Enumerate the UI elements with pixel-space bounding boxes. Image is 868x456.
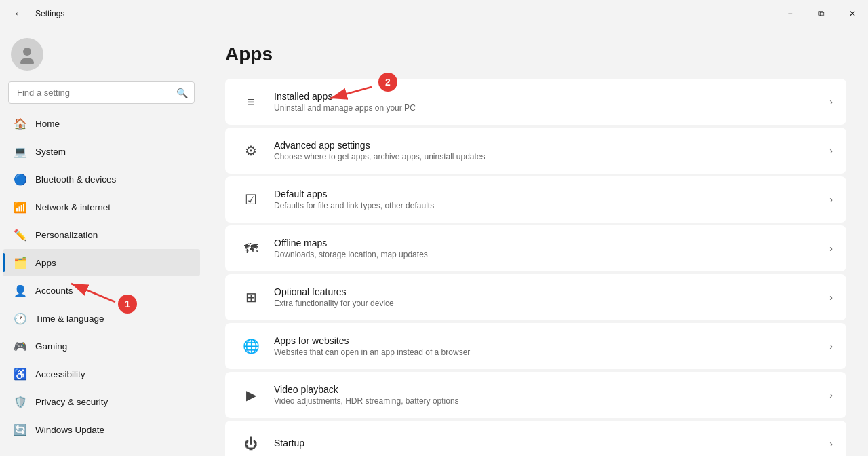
update-nav-icon: 🔄 xyxy=(14,423,27,436)
titlebar-left: ← Settings xyxy=(8,5,64,22)
titlebar: ← Settings − ⧉ ✕ xyxy=(0,0,868,27)
sidebar-item-bluetooth[interactable]: 🔵Bluetooth & devices xyxy=(3,166,200,193)
apps-for-websites-icon: 🌐 xyxy=(239,334,263,358)
sidebar-user xyxy=(0,27,203,79)
advanced-app-settings-desc: Choose where to get apps, archive apps, … xyxy=(274,152,818,162)
settings-item-apps-for-websites[interactable]: 🌐Apps for websitesWebsites that can open… xyxy=(225,323,846,369)
apps-nav-icon: 🗂️ xyxy=(14,256,27,269)
network-nav-icon: 📶 xyxy=(14,200,27,214)
personalization-nav-icon: ✏️ xyxy=(14,228,27,242)
offline-maps-icon: 🗺 xyxy=(239,236,263,261)
svg-point-1 xyxy=(20,58,34,64)
sidebar-item-apps[interactable]: 🗂️Apps xyxy=(3,249,200,276)
offline-maps-title: Offline maps xyxy=(274,238,818,248)
svg-point-0 xyxy=(23,48,31,56)
sidebar-item-label-apps: Apps xyxy=(35,258,56,268)
sidebar-item-label-bluetooth: Bluetooth & devices xyxy=(35,174,116,185)
back-button[interactable]: ← xyxy=(8,5,30,22)
default-apps-chevron-icon: › xyxy=(829,194,833,205)
sidebar-item-system[interactable]: 💻System xyxy=(3,138,200,165)
settings-item-offline-maps[interactable]: 🗺Offline mapsDownloads, storage location… xyxy=(225,225,846,271)
search-icon: 🔍 xyxy=(176,88,188,98)
titlebar-title: Settings xyxy=(35,9,64,18)
bluetooth-nav-icon: 🔵 xyxy=(14,172,27,186)
installed-apps-icon: ≡ xyxy=(239,90,263,114)
sidebar-item-label-accounts: Accounts xyxy=(35,286,73,296)
privacy-nav-icon: 🛡️ xyxy=(14,395,27,408)
settings-item-video-playback[interactable]: ▶Video playbackVideo adjustments, HDR st… xyxy=(225,372,846,418)
startup-icon: ⏻ xyxy=(239,432,263,456)
optional-features-desc: Extra functionality for your device xyxy=(274,299,818,308)
advanced-app-settings-icon: ⚙ xyxy=(239,138,263,163)
apps-for-websites-chevron-icon: › xyxy=(829,341,833,352)
accessibility-nav-icon: ♿ xyxy=(14,367,27,381)
sidebar-item-label-system: System xyxy=(35,147,66,157)
sidebar-item-personalization[interactable]: ✏️Personalization xyxy=(3,221,200,248)
sidebar-item-accounts[interactable]: 👤Accounts xyxy=(3,277,200,304)
sidebar-item-update[interactable]: 🔄Windows Update xyxy=(3,416,200,443)
sidebar-item-label-gaming: Gaming xyxy=(35,341,67,352)
optional-features-title: Optional features xyxy=(274,286,818,297)
app-body: 🔍 🏠Home💻System🔵Bluetooth & devices📶Netwo… xyxy=(0,27,868,456)
sidebar-item-label-accessibility: Accessibility xyxy=(35,369,85,379)
video-playback-chevron-icon: › xyxy=(829,390,833,400)
sidebar-item-privacy[interactable]: 🛡️Privacy & security xyxy=(3,388,200,415)
settings-item-startup[interactable]: ⏻Startup› xyxy=(225,421,846,456)
sidebar-item-label-personalization: Personalization xyxy=(35,230,98,240)
sidebar-item-time[interactable]: 🕐Time & language xyxy=(3,305,200,332)
accounts-nav-icon: 👤 xyxy=(14,284,27,297)
system-nav-icon: 💻 xyxy=(14,145,27,158)
time-nav-icon: 🕐 xyxy=(14,311,27,325)
sidebar-item-accessibility[interactable]: ♿Accessibility xyxy=(3,360,200,387)
sidebar-item-network[interactable]: 📶Network & internet xyxy=(3,193,200,221)
page-title: Apps xyxy=(225,43,846,65)
video-playback-title: Video playback xyxy=(274,384,818,395)
sidebar-item-label-privacy: Privacy & security xyxy=(35,397,108,407)
search-input[interactable] xyxy=(8,81,195,104)
default-apps-desc: Defaults for file and link types, other … xyxy=(274,201,818,210)
optional-features-chevron-icon: › xyxy=(829,292,833,303)
installed-apps-title: Installed apps xyxy=(274,91,818,102)
offline-maps-desc: Downloads, storage location, map updates xyxy=(274,250,818,259)
sidebar-item-label-home: Home xyxy=(35,119,60,129)
settings-item-installed-apps[interactable]: ≡Installed appsUninstall and manage apps… xyxy=(225,79,846,125)
home-nav-icon: 🏠 xyxy=(14,117,27,130)
installed-apps-desc: Uninstall and manage apps on your PC xyxy=(274,103,818,113)
sidebar-nav: 🏠Home💻System🔵Bluetooth & devices📶Network… xyxy=(0,109,203,456)
startup-chevron-icon: › xyxy=(829,438,833,449)
apps-for-websites-desc: Websites that can open in an app instead… xyxy=(274,347,818,357)
main-content: Apps ≡Installed appsUninstall and manage… xyxy=(203,27,868,456)
sidebar-item-label-time: Time & language xyxy=(35,314,104,324)
restore-button[interactable]: ⧉ xyxy=(806,0,837,27)
startup-title: Startup xyxy=(274,438,818,449)
installed-apps-chevron-icon: › xyxy=(829,96,833,107)
default-apps-icon: ☑ xyxy=(239,187,263,212)
sidebar-item-gaming[interactable]: 🎮Gaming xyxy=(3,332,200,360)
default-apps-title: Default apps xyxy=(274,189,818,200)
gaming-nav-icon: 🎮 xyxy=(14,339,27,353)
search-box: 🔍 xyxy=(8,81,195,104)
sidebar: 🔍 🏠Home💻System🔵Bluetooth & devices📶Netwo… xyxy=(0,27,203,456)
titlebar-controls: − ⧉ ✕ xyxy=(774,0,868,27)
minimize-button[interactable]: − xyxy=(774,0,806,27)
video-playback-icon: ▶ xyxy=(239,383,263,407)
settings-item-advanced-app-settings[interactable]: ⚙Advanced app settingsChoose where to ge… xyxy=(225,128,846,174)
sidebar-item-label-network: Network & internet xyxy=(35,202,111,212)
optional-features-icon: ⊞ xyxy=(239,285,263,309)
avatar xyxy=(11,38,43,71)
offline-maps-chevron-icon: › xyxy=(829,243,833,254)
settings-item-optional-features[interactable]: ⊞Optional featuresExtra functionality fo… xyxy=(225,274,846,320)
sidebar-item-home[interactable]: 🏠Home xyxy=(3,110,200,137)
video-playback-desc: Video adjustments, HDR streaming, batter… xyxy=(274,396,818,406)
apps-for-websites-title: Apps for websites xyxy=(274,335,818,346)
advanced-app-settings-title: Advanced app settings xyxy=(274,140,818,151)
settings-list: ≡Installed appsUninstall and manage apps… xyxy=(225,79,846,456)
advanced-app-settings-chevron-icon: › xyxy=(829,145,833,156)
sidebar-item-label-update: Windows Update xyxy=(35,425,104,435)
settings-item-default-apps[interactable]: ☑Default appsDefaults for file and link … xyxy=(225,176,846,223)
close-button[interactable]: ✕ xyxy=(837,0,868,27)
